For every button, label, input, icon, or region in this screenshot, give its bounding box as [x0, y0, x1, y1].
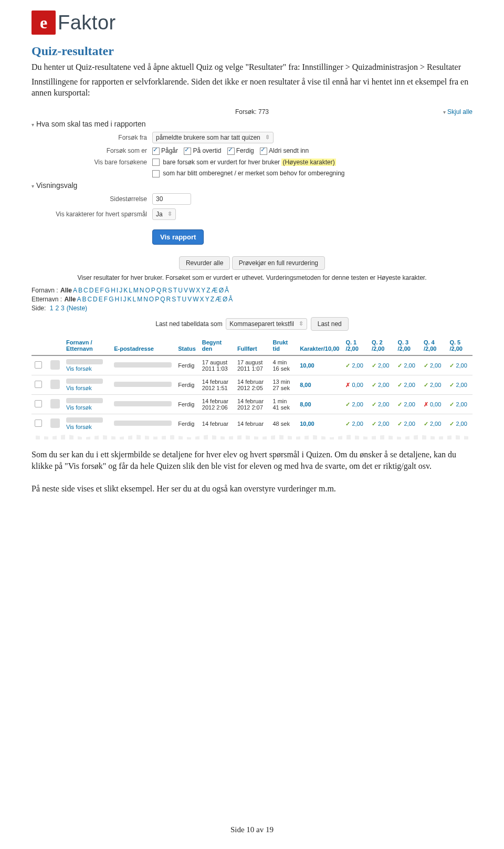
pager-link[interactable]: (Neste) — [67, 305, 87, 312]
alpha-letter[interactable]: P — [151, 287, 155, 294]
alpha-letter[interactable]: Y — [201, 287, 205, 294]
th-brukt[interactable]: Brukt tid — [269, 336, 297, 355]
th-karakter[interactable]: Karakter/10,00 — [297, 336, 342, 355]
provekjor-button[interactable]: Prøvekjør en full revurdering — [232, 256, 325, 270]
alpha-letter[interactable]: A — [77, 296, 81, 303]
alpha-letter[interactable]: J — [123, 296, 126, 303]
cell-q3[interactable]: ✓2,00 — [394, 375, 421, 395]
alpha-letter[interactable]: V — [187, 296, 192, 303]
cell-q5[interactable]: ✓2,00 — [446, 414, 472, 434]
alpha-letter[interactable]: H — [114, 296, 119, 303]
cell-q2[interactable]: ✓2,00 — [369, 355, 395, 375]
alpha-letter[interactable]: Æ — [212, 287, 218, 294]
cell-q3[interactable]: ✓2,00 — [394, 414, 421, 434]
select-vis-karakterer[interactable]: Ja — [152, 208, 176, 220]
section-visningsvalg[interactable]: Visningsvalg — [32, 181, 472, 190]
checkbox-ferdig[interactable] — [227, 148, 235, 155]
cell-karakter[interactable]: 10,00 — [297, 414, 342, 434]
cell-q4[interactable]: ✓2,00 — [421, 355, 447, 375]
alpha-letter[interactable]: O — [149, 296, 154, 303]
cell-q1[interactable]: ✓2,00 — [342, 355, 369, 375]
pager-link[interactable]: 1 — [50, 305, 54, 312]
alpha-letter[interactable]: R — [166, 296, 171, 303]
alpha-letter[interactable]: Y — [205, 296, 209, 303]
alpha-letter[interactable]: G — [105, 287, 110, 294]
alpha-letter[interactable]: Å — [225, 287, 229, 294]
alpha-letter[interactable]: T — [177, 296, 181, 303]
pager-link[interactable]: 2 — [55, 305, 59, 312]
cell-q4[interactable]: ✓2,00 — [421, 375, 447, 395]
checkbox-omberegnet[interactable] — [152, 170, 160, 177]
alpha-letter[interactable]: S — [168, 287, 172, 294]
alpha-letter[interactable]: F — [100, 287, 103, 294]
alpha-letter[interactable]: U — [182, 296, 187, 303]
alpha-letter[interactable]: K — [127, 296, 131, 303]
cell-karakter[interactable]: 10,00 — [297, 355, 342, 375]
th-q3[interactable]: Q. 3 /2,00 — [394, 336, 421, 355]
alpha-letter[interactable]: Æ — [215, 296, 222, 303]
alpha-all[interactable]: Alle — [60, 287, 72, 294]
select-forsok-fra[interactable]: påmeldte brukere som har tatt quizen — [152, 132, 274, 143]
alpha-letter[interactable]: D — [89, 287, 94, 294]
alpha-letter[interactable]: C — [87, 296, 92, 303]
alpha-letter[interactable]: W — [193, 296, 198, 303]
input-sidestorrelse[interactable]: 30 — [152, 193, 191, 205]
checkbox-aldri[interactable] — [260, 148, 267, 155]
alpha-letter[interactable]: H — [111, 287, 116, 294]
th-status[interactable]: Status — [175, 336, 199, 355]
cell-q5[interactable]: ✓2,00 — [446, 355, 472, 375]
cell-q3[interactable]: ✓2,00 — [394, 355, 421, 375]
cell-karakter[interactable]: 8,00 — [297, 375, 342, 395]
th-q1[interactable]: Q. 1 /2,00 — [342, 336, 369, 355]
row-checkbox[interactable] — [35, 381, 42, 388]
alpha-letter[interactable]: E — [99, 296, 103, 303]
alpha-letter[interactable]: U — [178, 287, 183, 294]
th-q5[interactable]: Q. 5 /2,00 — [446, 336, 472, 355]
download-button[interactable]: Last ned — [311, 317, 349, 331]
pager-link[interactable]: 3 — [61, 305, 65, 312]
checkbox-pagar[interactable] — [152, 148, 160, 155]
alpha-letter[interactable]: C — [83, 287, 88, 294]
cell-q1[interactable]: ✓2,00 — [342, 414, 369, 434]
alpha-letter[interactable]: Ø — [223, 296, 227, 303]
alpha-letter[interactable]: Z — [206, 287, 210, 294]
alpha-letter[interactable]: M — [133, 287, 139, 294]
alpha-letter[interactable]: Z — [211, 296, 214, 303]
alpha-letter[interactable]: Q — [160, 296, 165, 303]
checkbox-overtid[interactable] — [184, 148, 191, 155]
vis-forsok-link[interactable]: Vis forsøk — [66, 365, 108, 372]
cell-q5[interactable]: ✓2,00 — [446, 375, 472, 395]
alpha-letter[interactable]: L — [129, 287, 132, 294]
alpha-letter[interactable]: I — [120, 296, 122, 303]
cell-q5[interactable]: ✓2,00 — [446, 395, 472, 414]
row-checkbox[interactable] — [35, 420, 42, 427]
alpha-letter[interactable]: L — [133, 296, 136, 303]
cell-q2[interactable]: ✓2,00 — [369, 375, 395, 395]
alpha-letter[interactable]: I — [117, 287, 118, 294]
section-report-include[interactable]: Hva som skal tas med i rapporten — [32, 120, 472, 128]
alpha-letter[interactable]: D — [93, 296, 98, 303]
cell-q4[interactable]: ✗0,00 — [421, 395, 447, 414]
alpha-letter[interactable]: M — [137, 296, 142, 303]
alpha-letter[interactable]: N — [140, 287, 144, 294]
alpha-letter[interactable]: B — [78, 287, 82, 294]
th-q2[interactable]: Q. 2 /2,00 — [369, 336, 395, 355]
th-begynt[interactable]: Begynt den — [199, 336, 234, 355]
cell-q4[interactable]: ✓2,00 — [421, 414, 447, 434]
th-name[interactable]: Fornavn / Etternavn — [63, 336, 111, 355]
th-email[interactable]: E-postadresse — [111, 336, 175, 355]
alpha-letter[interactable]: P — [155, 296, 159, 303]
row-checkbox[interactable] — [35, 361, 42, 369]
alpha-letter[interactable]: Ø — [219, 287, 224, 294]
alpha-letter[interactable]: A — [73, 287, 77, 294]
alpha-letter[interactable]: N — [143, 296, 148, 303]
alpha-letter[interactable]: F — [104, 296, 108, 303]
alpha-letter[interactable]: K — [123, 287, 128, 294]
collapse-all-link[interactable]: Skjul alle — [443, 108, 472, 116]
cell-q1[interactable]: ✗0,00 — [342, 375, 369, 395]
cell-q3[interactable]: ✓2,00 — [394, 395, 421, 414]
cell-q1[interactable]: ✓2,00 — [342, 395, 369, 414]
alpha-letter[interactable]: S — [172, 296, 176, 303]
vis-rapport-button[interactable]: Vis rapport — [152, 229, 204, 245]
alpha-letter[interactable]: X — [196, 287, 200, 294]
